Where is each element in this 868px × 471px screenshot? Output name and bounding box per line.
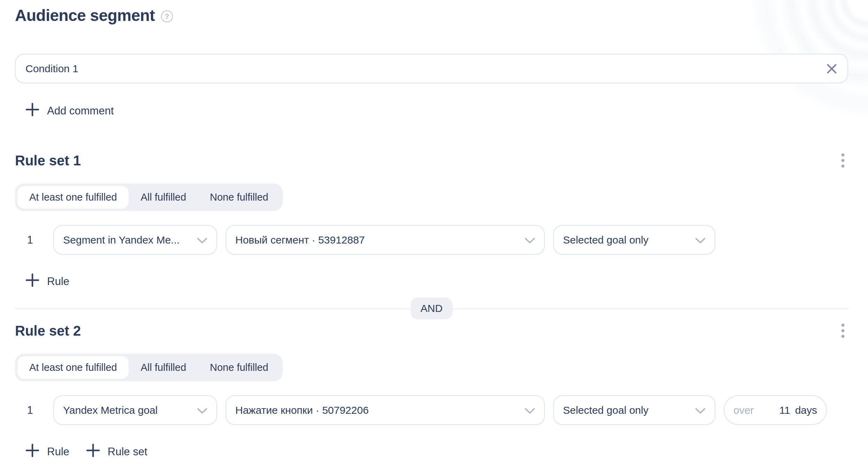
- rule-type-dropdown[interactable]: Segment in Yandex Me...: [53, 225, 217, 255]
- add-rule-label: Rule: [47, 446, 69, 458]
- rule-type-dropdown[interactable]: Yandex Metrica goal: [53, 395, 217, 425]
- plus-icon: [25, 103, 39, 119]
- match-type-switch: At least one fulfilled All fulfilled Non…: [15, 184, 283, 211]
- rule-row: 1 Segment in Yandex Me... Новый сегмент …: [15, 225, 848, 255]
- goal-scope-dropdown[interactable]: Selected goal only: [553, 395, 715, 425]
- rule-set-1: Rule set 1 At least one fulfilled All fu…: [15, 152, 848, 289]
- rule-value-text: Новый сегмент · 53912887: [235, 234, 525, 246]
- page-title: Audience segment: [15, 6, 155, 25]
- and-divider: AND: [15, 298, 848, 319]
- match-option-all[interactable]: All fulfilled: [129, 186, 198, 209]
- match-option-at-least-one[interactable]: At least one fulfilled: [17, 186, 129, 209]
- match-option-none[interactable]: None fulfilled: [198, 186, 280, 209]
- add-rule-button[interactable]: Rule: [25, 274, 69, 289]
- period-value: 11: [779, 404, 790, 416]
- add-rule-set-button[interactable]: Rule set: [86, 444, 147, 459]
- rule-value-dropdown[interactable]: Новый сегмент · 53912887: [226, 225, 545, 255]
- add-comment-label: Add comment: [47, 105, 114, 117]
- kebab-menu-icon[interactable]: [840, 323, 845, 339]
- chevron-down-icon: [197, 234, 207, 246]
- rule-index: 1: [15, 404, 45, 417]
- rule-set-2: Rule set 2 At least one fulfilled All fu…: [15, 322, 848, 459]
- match-option-at-least-one[interactable]: At least one fulfilled: [17, 356, 129, 379]
- rule-value-dropdown[interactable]: Нажатие кнопки · 50792206: [226, 395, 545, 425]
- match-option-all[interactable]: All fulfilled: [129, 356, 198, 379]
- rule-row: 1 Yandex Metrica goal Нажатие кнопки · 5…: [15, 395, 848, 425]
- condition-name-value: Condition 1: [25, 63, 826, 75]
- chevron-down-icon: [695, 404, 706, 416]
- goal-scope-dropdown[interactable]: Selected goal only: [553, 225, 715, 255]
- and-operator-pill: AND: [411, 298, 452, 319]
- add-rule-set-label: Rule set: [108, 446, 147, 458]
- period-unit-label: days: [795, 404, 817, 416]
- page-header: Audience segment ?: [15, 6, 848, 25]
- period-field[interactable]: over 11 days: [724, 395, 827, 425]
- rule-set-title: Rule set 1: [15, 152, 81, 169]
- period-prefix-label: over: [733, 404, 754, 416]
- chevron-down-icon: [525, 234, 535, 246]
- chevron-down-icon: [525, 404, 535, 416]
- rule-index: 1: [15, 234, 45, 246]
- plus-icon: [86, 443, 100, 460]
- add-comment-button[interactable]: Add comment: [25, 103, 114, 119]
- condition-name-input[interactable]: Condition 1: [15, 54, 848, 83]
- chevron-down-icon: [695, 234, 706, 246]
- match-option-none[interactable]: None fulfilled: [198, 356, 280, 379]
- rule-type-value: Yandex Metrica goal: [63, 404, 197, 416]
- goal-scope-value: Selected goal only: [563, 404, 695, 416]
- match-type-switch: At least one fulfilled All fulfilled Non…: [15, 354, 283, 381]
- rule-set-title: Rule set 2: [15, 322, 81, 339]
- plus-icon: [25, 273, 39, 290]
- clear-icon[interactable]: [826, 63, 838, 75]
- help-icon[interactable]: ?: [161, 10, 173, 22]
- rule-value-text: Нажатие кнопки · 50792206: [235, 404, 525, 416]
- rule-type-value: Segment in Yandex Me...: [63, 234, 197, 246]
- audience-segment-panel: Audience segment ? Condition 1 Add comme…: [0, 0, 868, 459]
- chevron-down-icon: [197, 404, 207, 416]
- add-rule-button[interactable]: Rule: [25, 444, 69, 459]
- add-rule-label: Rule: [47, 275, 69, 288]
- goal-scope-value: Selected goal only: [563, 234, 695, 246]
- kebab-menu-icon[interactable]: [840, 152, 845, 169]
- plus-icon: [25, 443, 39, 460]
